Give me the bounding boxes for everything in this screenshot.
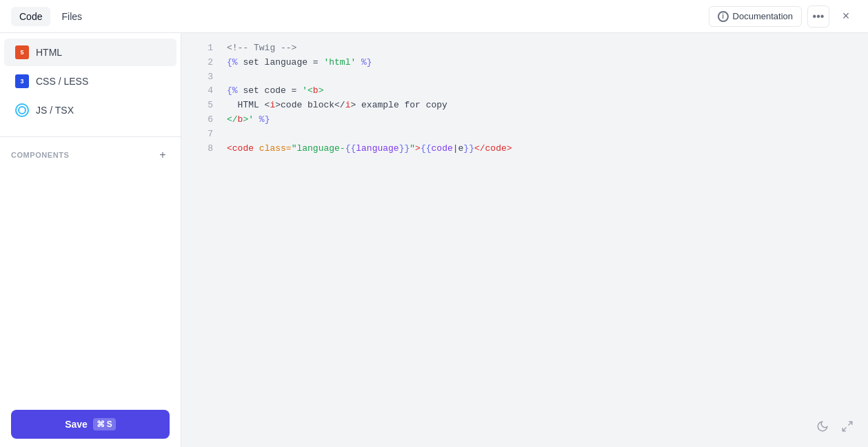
close-icon: × [842,9,850,23]
header-tabs: Code Files [11,7,90,26]
sidebar-label-html: HTML [36,47,62,58]
line-content: <!-- Twig --> [227,41,296,56]
svg-line-0 [849,422,852,425]
moon-icon [816,420,829,433]
line-number: 4 [192,84,213,98]
html-icon: 5 [15,45,29,59]
save-label: Save [65,419,88,430]
code-content: 1 <!-- Twig --> 2 {% set language = 'htm… [181,33,868,164]
save-keyboard-shortcut: ⌘ S [93,418,116,430]
fullscreen-button[interactable] [838,417,857,436]
components-section-header: COMPONENTS + [0,143,181,167]
sidebar-label-js: JS / TSX [36,105,74,116]
components-label: COMPONENTS [11,151,69,159]
more-button[interactable]: ••• [807,6,829,28]
line-number: 8 [192,142,213,156]
tab-code[interactable]: Code [11,7,50,26]
header-actions: i Documentation ••• × [709,6,857,28]
line-content: <code class="language-{{language}}">{{co… [227,142,512,156]
documentation-label: Documentation [733,11,793,21]
save-kbd-key: S [107,419,112,429]
code-line-5: 5 HTML <i>code block</i> example for cop… [181,98,868,113]
code-line-7: 7 [181,127,868,142]
css-icon: 3 [15,74,29,88]
main-content: 5 HTML 3 CSS / LESS JS / TSX COMPONENTS … [0,33,868,447]
sidebar: 5 HTML 3 CSS / LESS JS / TSX COMPONENTS … [0,33,181,447]
expand-icon [841,420,854,433]
sidebar-item-html[interactable]: 5 HTML [4,39,176,66]
line-number: 6 [192,113,213,127]
code-line-6: 6 </b>' %} [181,113,868,127]
code-line-2: 2 {% set language = 'html' %} [181,56,868,70]
line-content: {% set code = '<b> [227,84,323,98]
sidebar-label-css: CSS / LESS [36,76,88,87]
sidebar-file-tabs: 5 HTML 3 CSS / LESS JS / TSX [0,33,181,131]
save-button[interactable]: Save ⌘ S [11,410,170,439]
more-icon: ••• [813,10,825,23]
header: Code Files i Documentation ••• × [0,0,868,33]
code-line-4: 4 {% set code = '<b> [181,84,868,98]
close-button[interactable]: × [835,6,857,28]
save-button-wrapper: Save ⌘ S [0,402,181,447]
code-line-3: 3 [181,70,868,85]
js-icon [15,103,29,117]
sidebar-item-css[interactable]: 3 CSS / LESS [4,67,176,95]
code-line-8: 8 <code class="language-{{language}}">{{… [181,142,868,156]
info-icon: i [718,11,729,22]
line-content: {% set language = 'html' %} [227,56,372,70]
svg-line-1 [842,428,846,431]
add-component-button[interactable]: + [156,148,170,162]
code-editor[interactable]: 1 <!-- Twig --> 2 {% set language = 'htm… [181,33,868,447]
dark-mode-button[interactable] [813,417,832,436]
line-content: HTML <i>code block</i> example for copy [227,98,447,113]
line-number: 3 [192,70,213,85]
line-number: 5 [192,98,213,113]
line-number: 7 [192,127,213,142]
line-number: 1 [192,41,213,56]
tab-files[interactable]: Files [53,7,90,26]
line-content: </b>' %} [227,113,270,127]
editor-bottom-icons [813,417,857,436]
save-kbd-cmd: ⌘ [97,419,105,429]
code-line-1: 1 <!-- Twig --> [181,41,868,56]
sidebar-item-js[interactable]: JS / TSX [4,96,176,124]
line-number: 2 [192,56,213,70]
sidebar-divider [0,136,181,137]
documentation-button[interactable]: i Documentation [709,6,802,27]
